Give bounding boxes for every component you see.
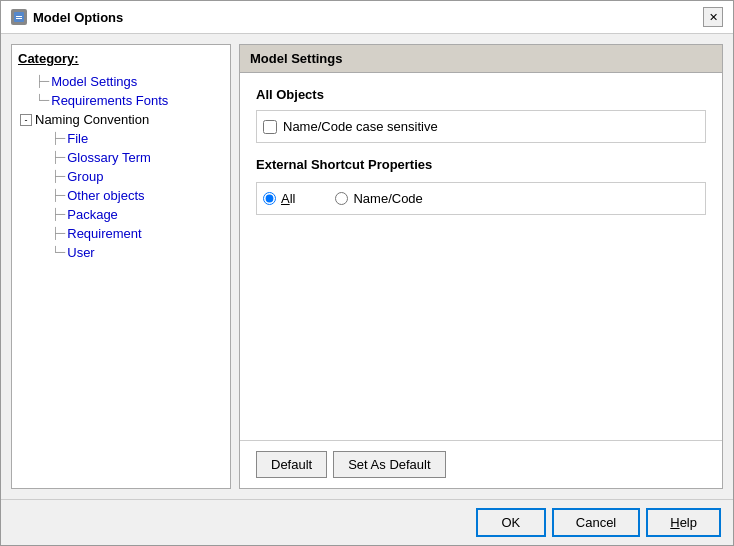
tree-connector: ├─ <box>52 189 65 202</box>
sidebar-item-model-settings[interactable]: ├─ Model Settings <box>16 72 226 91</box>
panel-buttons: Default Set As Default <box>240 440 722 488</box>
dialog-title: Model Options <box>33 10 123 25</box>
svg-rect-2 <box>16 18 22 19</box>
radio-all-label: All <box>281 191 295 206</box>
radio-namecode-input[interactable] <box>335 192 348 205</box>
all-objects-title: All Objects <box>256 87 706 102</box>
sidebar-item-glossary-term[interactable]: ├─ Glossary Term <box>16 148 226 167</box>
dialog-footer: OK Cancel Help <box>1 499 733 545</box>
sidebar-item-label: Model Settings <box>51 74 137 89</box>
sidebar-item-label: Group <box>67 169 103 184</box>
checkbox-row: Name/Code case sensitive <box>256 110 706 143</box>
name-code-case-sensitive-checkbox[interactable] <box>263 120 277 134</box>
sidebar-item-label: Requirements Fonts <box>51 93 168 108</box>
radio-namecode-label: Name/Code <box>353 191 422 206</box>
sidebar-item-group[interactable]: ├─ Group <box>16 167 226 186</box>
radio-namecode-option[interactable]: Name/Code <box>335 191 422 206</box>
sidebar-item-label: User <box>67 245 94 260</box>
title-bar: Model Options ✕ <box>1 1 733 34</box>
ext-shortcut-section: External Shortcut Properties All Name/Co… <box>256 157 706 215</box>
tree-connector: ├─ <box>52 227 65 240</box>
sidebar-item-label: Package <box>67 207 118 222</box>
tree-connector: ├─ <box>52 132 65 145</box>
tree-connector: ├─ <box>52 208 65 221</box>
sidebar-item-file[interactable]: ├─ File <box>16 129 226 148</box>
title-bar-left: Model Options <box>11 9 123 25</box>
radio-all-input[interactable] <box>263 192 276 205</box>
sidebar-item-package[interactable]: ├─ Package <box>16 205 226 224</box>
sidebar-item-other-objects[interactable]: ├─ Other objects <box>16 186 226 205</box>
tree-connector: ├─ <box>52 151 65 164</box>
sidebar-item-label: Naming Convention <box>35 112 149 127</box>
model-options-dialog: Model Options ✕ Category: ├─ Model Setti… <box>0 0 734 546</box>
sidebar-item-requirement[interactable]: ├─ Requirement <box>16 224 226 243</box>
cancel-button[interactable]: Cancel <box>552 508 640 537</box>
panel-content: All Objects Name/Code case sensitive Ext… <box>240 73 722 440</box>
expand-icon: - <box>20 114 32 126</box>
panel-header: Model Settings <box>240 45 722 73</box>
sidebar-item-user[interactable]: └─ User <box>16 243 226 262</box>
dialog-icon <box>11 9 27 25</box>
set-as-default-button[interactable]: Set As Default <box>333 451 445 478</box>
default-button[interactable]: Default <box>256 451 327 478</box>
help-button[interactable]: Help <box>646 508 721 537</box>
radio-all-option[interactable]: All <box>263 191 295 206</box>
ok-button[interactable]: OK <box>476 508 546 537</box>
sidebar-item-requirements-fonts[interactable]: └─ Requirements Fonts <box>16 91 226 110</box>
category-label: Category: <box>16 51 226 66</box>
dialog-body: Category: ├─ Model Settings └─ Requireme… <box>1 34 733 499</box>
close-button[interactable]: ✕ <box>703 7 723 27</box>
sidebar-item-label: File <box>67 131 88 146</box>
ext-shortcut-title: External Shortcut Properties <box>256 157 706 172</box>
checkbox-label[interactable]: Name/Code case sensitive <box>283 119 438 134</box>
tree-connector: ├─ <box>52 170 65 183</box>
tree-connector: └─ <box>52 246 65 259</box>
svg-rect-1 <box>16 16 22 17</box>
sidebar-item-label: Glossary Term <box>67 150 151 165</box>
tree-connector: └─ <box>36 94 49 107</box>
sidebar: Category: ├─ Model Settings └─ Requireme… <box>11 44 231 489</box>
sidebar-item-label: Requirement <box>67 226 141 241</box>
sidebar-item-label: Other objects <box>67 188 144 203</box>
tree-connector: ├─ <box>36 75 49 88</box>
sidebar-item-naming-convention[interactable]: - Naming Convention <box>16 110 226 129</box>
radio-row: All Name/Code <box>256 182 706 215</box>
main-panel: Model Settings All Objects Name/Code cas… <box>239 44 723 489</box>
